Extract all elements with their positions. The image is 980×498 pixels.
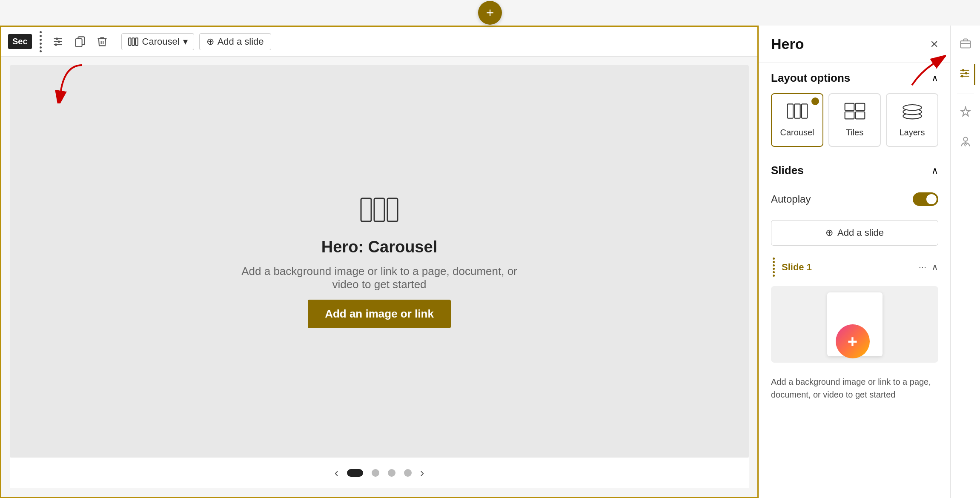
hero-subtitle: Add a background image or link to a page… xyxy=(230,265,528,291)
thumb-circle: + xyxy=(836,324,870,358)
slide-1-name: Slide 1 xyxy=(782,262,914,273)
svg-point-27 xyxy=(903,105,921,110)
settings-sidebar-icon[interactable] xyxy=(955,64,975,85)
top-add-bar: + xyxy=(0,0,980,26)
tiles-layout-icon xyxy=(844,103,865,123)
svg-rect-21 xyxy=(845,103,854,111)
briefcase-sidebar-icon[interactable] xyxy=(956,34,975,55)
top-add-button[interactable]: + xyxy=(478,1,502,25)
layout-options-header[interactable]: Layout options ∧ xyxy=(759,63,950,93)
slides-section: Autoplay ⊕ Add a slide Slide 1 ··· ∧ xyxy=(759,186,950,405)
carousel-prev-button[interactable]: ‹ xyxy=(335,466,338,480)
layers-layout-icon xyxy=(902,103,923,123)
hero-center: Hero: Carousel Add a background image or… xyxy=(230,195,528,328)
slides-section-header[interactable]: Slides ∧ xyxy=(759,155,950,186)
svg-point-7 xyxy=(58,41,60,43)
svg-rect-15 xyxy=(361,198,371,221)
svg-rect-10 xyxy=(75,39,82,47)
svg-rect-28 xyxy=(960,41,970,48)
tiles-option-label: Tiles xyxy=(846,128,863,137)
panel-close-button[interactable]: × xyxy=(930,36,938,52)
svg-rect-18 xyxy=(787,104,793,118)
slide-1-row: Slide 1 ··· ∧ xyxy=(771,252,938,282)
svg-rect-11 xyxy=(129,38,131,45)
svg-rect-20 xyxy=(802,104,807,118)
carousel-dot-2[interactable] xyxy=(372,469,379,477)
toolbar-separator xyxy=(116,35,116,48)
autoplay-label: Autoplay xyxy=(771,193,811,205)
slide-1-thumbnail: + xyxy=(771,286,938,363)
carousel-nav: ‹ › xyxy=(10,458,749,488)
svg-point-8 xyxy=(55,44,57,46)
svg-point-6 xyxy=(56,38,58,40)
right-panel: Hero × Layout options ∧ xyxy=(759,26,980,498)
slide-drag-handle[interactable] xyxy=(771,256,777,278)
svg-point-36 xyxy=(963,69,964,71)
main-layout: Sec xyxy=(0,26,980,498)
layout-options-title: Layout options xyxy=(771,72,850,85)
layout-type-label: Carousel xyxy=(142,36,180,47)
hero-icon xyxy=(360,195,398,229)
svg-rect-13 xyxy=(135,38,138,45)
layers-option-label: Layers xyxy=(899,128,925,137)
sparkle-sidebar-icon[interactable] xyxy=(956,103,975,124)
hero-canvas: Hero: Carousel Add a background image or… xyxy=(10,65,749,458)
selected-indicator xyxy=(811,97,819,105)
carousel-next-button[interactable]: › xyxy=(420,466,424,480)
layout-options-grid: Carousel Tiles xyxy=(759,93,950,155)
slides-title: Slides xyxy=(771,164,804,177)
autoplay-toggle[interactable] xyxy=(913,192,938,206)
slides-chevron: ∧ xyxy=(931,165,938,176)
add-slide-plus-icon: ⊕ xyxy=(825,227,833,238)
svg-point-37 xyxy=(966,72,967,74)
content-area: Sec xyxy=(0,26,759,498)
drag-handle[interactable] xyxy=(37,29,44,55)
svg-rect-17 xyxy=(387,198,398,221)
section-label: Sec xyxy=(8,34,32,49)
carousel-dot-4[interactable] xyxy=(404,469,412,477)
toolbar: Sec xyxy=(1,27,757,57)
autoplay-row: Autoplay xyxy=(771,186,938,213)
slide-thumb-inner: + xyxy=(821,290,889,358)
svg-rect-24 xyxy=(855,112,865,119)
slide-more-button[interactable]: ··· xyxy=(919,262,926,273)
settings-icon[interactable] xyxy=(49,33,66,50)
slide-1-description: Add a background image or link to a page… xyxy=(771,371,938,405)
svg-point-38 xyxy=(961,75,963,77)
svg-point-39 xyxy=(963,137,967,141)
carousel-layout-icon xyxy=(787,103,808,123)
duplicate-icon[interactable] xyxy=(72,33,89,50)
layout-option-layers[interactable]: Layers xyxy=(886,93,938,147)
layout-option-tiles[interactable]: Tiles xyxy=(828,93,881,147)
panel-content: Hero × Layout options ∧ xyxy=(759,26,980,498)
layout-option-carousel[interactable]: Carousel xyxy=(771,93,823,147)
panel-header: Hero × xyxy=(759,26,950,63)
right-sidebar-icons xyxy=(950,26,980,498)
hero-title: Hero: Carousel xyxy=(321,238,437,256)
layout-type-dropdown[interactable]: Carousel ▾ xyxy=(121,33,194,50)
svg-rect-22 xyxy=(855,103,865,111)
delete-icon[interactable] xyxy=(94,33,111,50)
svg-rect-19 xyxy=(794,104,800,118)
hero-action-button[interactable]: Add an image or link xyxy=(308,300,451,328)
svg-rect-23 xyxy=(845,112,854,119)
add-slide-panel-button[interactable]: ⊕ Add a slide xyxy=(771,220,938,246)
carousel-dot-1[interactable] xyxy=(347,469,363,477)
layout-options-chevron: ∧ xyxy=(931,73,938,84)
svg-rect-12 xyxy=(132,38,134,45)
slide-expand-button[interactable]: ∧ xyxy=(931,262,938,273)
add-slide-toolbar-button[interactable]: ⊕ Add a slide xyxy=(199,33,271,50)
person-sidebar-icon[interactable] xyxy=(956,132,975,154)
svg-rect-16 xyxy=(374,198,384,221)
add-icon: ⊕ xyxy=(206,36,214,47)
svg-line-42 xyxy=(964,145,965,146)
arrow-indicator xyxy=(48,61,99,103)
sidebar-divider xyxy=(957,94,974,94)
panel-title: Hero xyxy=(771,36,804,52)
dropdown-chevron: ▾ xyxy=(183,36,188,47)
carousel-option-label: Carousel xyxy=(780,128,814,137)
carousel-dot-3[interactable] xyxy=(388,469,395,477)
